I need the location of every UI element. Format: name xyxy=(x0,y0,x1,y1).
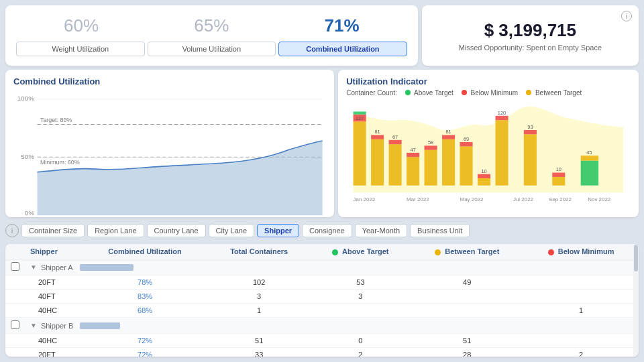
svg-text:Mar 2022: Mar 2022 xyxy=(86,217,111,218)
total-containers-20ft: 102 xyxy=(208,276,311,290)
table-row: 40HC 72% 51 0 51 xyxy=(5,334,639,348)
svg-text:Target: 80%: Target: 80% xyxy=(40,117,72,123)
bar-aug-between xyxy=(478,178,490,186)
svg-text:0%: 0% xyxy=(25,209,35,217)
svg-text:100%: 100% xyxy=(17,95,35,102)
combined-util-b-40hc: 72% xyxy=(82,334,208,348)
svg-text:10: 10 xyxy=(556,166,561,172)
weight-pct: 60% xyxy=(64,15,99,36)
filter-year-month[interactable]: Year-Month xyxy=(355,224,407,237)
bar-jan-between xyxy=(354,121,366,185)
bar-dec-above xyxy=(581,161,598,186)
svg-text:Nov 2022: Nov 2022 xyxy=(279,217,305,218)
combined-util-header: Combined Utilization xyxy=(82,244,208,259)
below-minimum-header: Below Minimum xyxy=(523,244,639,259)
svg-text:Sep 2022: Sep 2022 xyxy=(549,196,572,202)
combined-util-20ft: 78% xyxy=(82,276,208,290)
weight-util-button[interactable]: Weight Utilization xyxy=(16,42,145,56)
data-table: Shipper Combined Utilization Total Conta… xyxy=(5,244,639,357)
above-target-header: Above Target xyxy=(310,244,411,259)
util-buttons: Weight Utilization Volume Utilization Co… xyxy=(16,42,407,56)
container-size-b-20ft: 20FT xyxy=(25,348,82,357)
svg-text:120: 120 xyxy=(498,110,506,116)
combined-pct: 71% xyxy=(325,15,360,36)
utilization-card: 60% 65% 71% Weight Utilization Volume Ut… xyxy=(5,5,418,66)
svg-text:Jan 2022: Jan 2022 xyxy=(354,196,376,202)
total-containers-40ft: 3 xyxy=(208,290,311,304)
volume-util-button[interactable]: Volume Utilization xyxy=(148,42,276,56)
scrollbar[interactable] xyxy=(633,244,639,357)
indicator-legend: Container Count: Above Target Below Mini… xyxy=(346,89,631,97)
group-a-checkbox[interactable] xyxy=(5,259,25,276)
table-row: 40HC 68% 1 1 xyxy=(5,304,639,318)
total-containers-header: Total Containers xyxy=(208,244,311,259)
shipper-a-bar xyxy=(80,264,133,271)
group-a-label: ▼ Shipper A xyxy=(25,259,639,276)
above-target-b-40hc: 0 xyxy=(310,334,411,348)
filter-country-lane[interactable]: Country Lane xyxy=(147,224,206,237)
above-target-dot xyxy=(405,90,411,95)
missed-opportunity-card: i $ 3,199,715 Missed Opportunity: Spent … xyxy=(422,5,639,66)
missed-amount: $ 3,199,715 xyxy=(484,20,576,41)
above-target-20ft: 53 xyxy=(310,276,411,290)
indicator-title: Utilization Indicator xyxy=(346,76,631,86)
combined-chart-title: Combined Utilization xyxy=(13,76,326,86)
between-target-header: Between Target xyxy=(411,244,523,259)
bar-jul-below xyxy=(460,142,473,146)
svg-text:Minimum: 60%: Minimum: 60% xyxy=(40,159,80,166)
group-b-label: ▼ Shipper B xyxy=(25,318,639,334)
total-containers-b-40hc: 51 xyxy=(208,334,311,348)
total-containers-b-20ft: 33 xyxy=(208,348,311,357)
bar-feb-below xyxy=(371,135,384,139)
bar-may-below xyxy=(425,145,437,149)
combined-utilization-chart-card: Combined Utilization 100% 50% 0% Target:… xyxy=(5,70,334,217)
container-count-label: Container Count: xyxy=(346,89,397,97)
bar-jul-between xyxy=(460,146,473,185)
group-b-checkbox[interactable] xyxy=(5,318,25,334)
group-a-checkbox-input[interactable] xyxy=(11,262,19,271)
container-size-40ft: 40FT xyxy=(25,290,82,304)
info-icon[interactable]: i xyxy=(621,11,632,21)
filter-city-lane[interactable]: City Lane xyxy=(209,224,254,237)
combined-util-button[interactable]: Combined Utilization xyxy=(278,42,407,56)
between-target-b-20ft: 28 xyxy=(411,348,523,357)
bar-mar-below xyxy=(389,140,402,144)
filter-container-size[interactable]: Container Size xyxy=(21,224,85,237)
between-target-header-dot xyxy=(435,249,441,255)
svg-text:67: 67 xyxy=(392,134,398,140)
bar-apr-between xyxy=(407,157,419,185)
top-row: 60% 65% 71% Weight Utilization Volume Ut… xyxy=(5,5,639,66)
combined-util-40ft: 83% xyxy=(82,290,208,304)
combined-chart-area: 100% 50% 0% Target: 80% Minimum: 60% xyxy=(13,89,326,218)
svg-text:69: 69 xyxy=(464,136,469,142)
table-row: 40FT 83% 3 3 xyxy=(5,290,639,304)
group-b-checkbox-input[interactable] xyxy=(11,320,19,329)
bar-dec-between xyxy=(581,156,598,160)
container-size-b-40hc: 40HC xyxy=(25,334,82,348)
svg-text:137: 137 xyxy=(356,115,364,121)
below-minimum-legend: Below Minimum xyxy=(462,89,518,97)
above-target-40hc xyxy=(310,304,411,318)
bar-jun-below xyxy=(442,135,455,139)
table-row: ▼ Shipper A xyxy=(5,259,639,276)
filter-shipper[interactable]: Shipper xyxy=(257,224,299,237)
container-size-40hc: 40HC xyxy=(25,304,82,318)
svg-text:10: 10 xyxy=(482,168,487,174)
table-row: 20FT 78% 102 53 49 xyxy=(5,276,639,290)
filter-region-lane[interactable]: Region Lane xyxy=(87,224,144,237)
util-percentages: 60% 65% 71% xyxy=(16,15,407,36)
svg-text:93: 93 xyxy=(527,124,533,130)
bar-nov-between xyxy=(552,177,565,186)
total-containers-40hc: 1 xyxy=(208,304,311,318)
filter-business-unit[interactable]: Business Unit xyxy=(410,224,470,237)
utilization-indicator-card: Utilization Indicator Container Count: A… xyxy=(338,70,639,217)
svg-text:50%: 50% xyxy=(21,153,34,160)
bar-jun-between xyxy=(442,139,455,186)
bar-nov-below xyxy=(552,173,565,177)
filter-consignee[interactable]: Consignee xyxy=(302,224,352,237)
svg-text:Jul 2022: Jul 2022 xyxy=(182,217,205,218)
data-table-card: Shipper Combined Utilization Total Conta… xyxy=(5,244,639,357)
bar-oct-below xyxy=(524,130,537,134)
dashboard: 60% 65% 71% Weight Utilization Volume Ut… xyxy=(0,0,644,362)
filter-info-icon[interactable]: i xyxy=(5,224,19,237)
